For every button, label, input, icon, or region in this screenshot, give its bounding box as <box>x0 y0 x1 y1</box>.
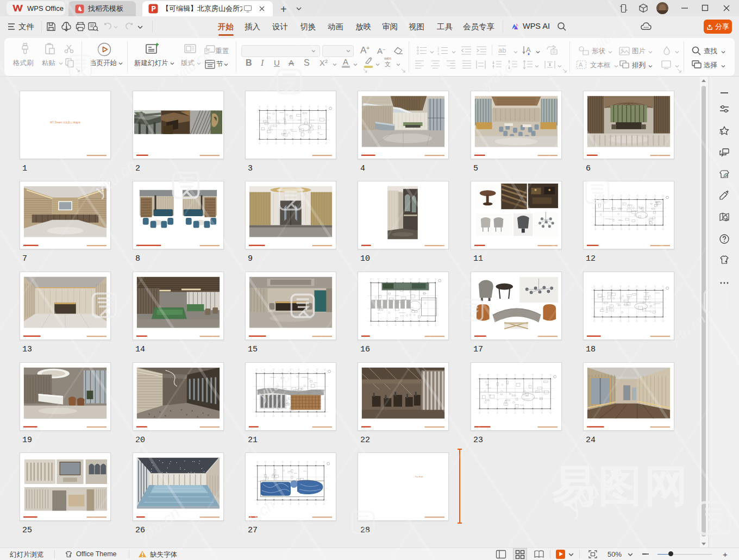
svg-text:3: 3 <box>437 52 439 55</box>
svg-text:A: A <box>579 61 583 68</box>
svg-text:- The End -: - The End - <box>414 475 424 478</box>
svg-text:A: A <box>526 46 531 54</box>
svg-text:WY. Dream 北京房山 悦慢居: WY. Dream 北京房山 悦慢居 <box>50 121 80 124</box>
